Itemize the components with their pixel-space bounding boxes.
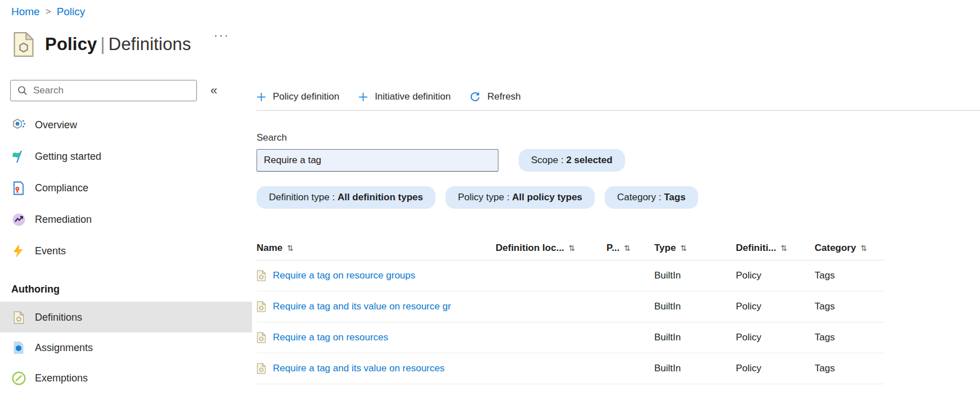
column-label: Type bbox=[654, 242, 676, 254]
category-filter-pill[interactable]: Category : Tags bbox=[605, 186, 698, 209]
filter-search-label: Search bbox=[257, 132, 980, 143]
cell-type: BuiltIn bbox=[654, 270, 736, 281]
table-row[interactable]: Require a tag on resource groups BuiltIn… bbox=[257, 260, 884, 291]
pill-name: Policy type bbox=[458, 192, 504, 203]
sort-icon: ⇅ bbox=[287, 244, 294, 253]
column-label: Name bbox=[257, 242, 282, 254]
filter-bar-row2: Definition type : All definition types P… bbox=[257, 186, 980, 209]
table-row[interactable]: Require a tag and its value on resource … bbox=[257, 291, 884, 322]
column-label: Definiti... bbox=[736, 242, 776, 254]
column-header-policies[interactable]: P... ⇅ bbox=[606, 242, 654, 254]
sidebar-item-assignments[interactable]: Assignments bbox=[0, 332, 252, 363]
pill-name: Category bbox=[617, 192, 656, 203]
policy-name-link[interactable]: Require a tag on resource groups bbox=[273, 270, 415, 281]
sidebar-nav: Overview Getting started bbox=[0, 111, 252, 393]
overview-icon bbox=[11, 118, 26, 132]
plus-icon bbox=[358, 92, 368, 102]
policy-definition-label: Policy definition bbox=[273, 91, 339, 102]
cell-definition-type: Policy bbox=[736, 301, 815, 312]
column-header-definition-type[interactable]: Definiti... ⇅ bbox=[736, 242, 815, 254]
sidebar-item-label: Assignments bbox=[35, 342, 93, 354]
sidebar-item-compliance[interactable]: Compliance bbox=[0, 174, 252, 201]
definition-search-input[interactable] bbox=[257, 149, 498, 172]
page-title-secondary: Definitions bbox=[109, 34, 191, 54]
cell-category: Tags bbox=[815, 270, 884, 281]
table-row[interactable]: Require a tag and its value on resources… bbox=[257, 353, 884, 384]
column-header-type[interactable]: Type ⇅ bbox=[654, 242, 736, 254]
sort-icon: ⇅ bbox=[861, 244, 867, 253]
policy-name-link[interactable]: Require a tag on resources bbox=[273, 332, 388, 343]
sidebar-item-events[interactable]: Events bbox=[0, 237, 252, 264]
sidebar-item-exemptions[interactable]: Exemptions bbox=[0, 363, 252, 393]
cell-type: BuiltIn bbox=[654, 332, 736, 343]
sidebar-item-label: Getting started bbox=[35, 151, 101, 163]
filter-bar-row1: Scope : 2 selected bbox=[257, 149, 980, 172]
pill-name: Definition type bbox=[269, 192, 330, 203]
main-content: Policy definition Initiative definition … bbox=[252, 65, 980, 393]
pill-separator: : bbox=[656, 192, 664, 203]
policy-definition-button[interactable]: Policy definition bbox=[257, 91, 339, 102]
policy-row-icon bbox=[257, 363, 266, 374]
sidebar-item-label: Remediation bbox=[35, 214, 92, 226]
policy-page-icon bbox=[12, 32, 35, 57]
sidebar-item-definitions[interactable]: Definitions bbox=[0, 302, 252, 332]
page-header: Policy|Definitions ··· bbox=[12, 27, 980, 62]
sidebar-collapse-icon[interactable]: « bbox=[210, 83, 217, 98]
sidebar-item-label: Overview bbox=[35, 119, 77, 131]
search-icon bbox=[17, 85, 28, 96]
sort-icon: ⇅ bbox=[781, 244, 788, 253]
pill-separator: : bbox=[558, 155, 566, 166]
column-label: Definition loc... bbox=[496, 242, 564, 254]
page-title-primary: Policy bbox=[45, 34, 97, 54]
column-header-name[interactable]: Name ⇅ bbox=[257, 242, 496, 254]
pill-value: Tags bbox=[664, 192, 685, 203]
scope-filter-pill[interactable]: Scope : 2 selected bbox=[519, 149, 625, 172]
sidebar-item-getting-started[interactable]: Getting started bbox=[0, 143, 252, 170]
sidebar-search-input[interactable] bbox=[10, 80, 197, 101]
definitions-icon bbox=[11, 310, 26, 325]
sidebar-item-remediation[interactable]: Remediation bbox=[0, 206, 252, 233]
initiative-definition-button[interactable]: Initiative definition bbox=[358, 91, 451, 102]
sort-icon: ⇅ bbox=[569, 244, 576, 253]
getting-started-icon bbox=[11, 149, 26, 164]
sort-icon: ⇅ bbox=[624, 244, 631, 253]
policy-name-link[interactable]: Require a tag and its value on resources bbox=[273, 363, 444, 374]
pill-value: All policy types bbox=[512, 192, 582, 203]
cell-category: Tags bbox=[815, 332, 884, 343]
refresh-label: Refresh bbox=[487, 91, 521, 102]
toolbar-divider bbox=[257, 110, 980, 111]
page-title: Policy|Definitions bbox=[45, 34, 191, 55]
policy-type-filter-pill[interactable]: Policy type : All policy types bbox=[446, 186, 595, 209]
cell-type: BuiltIn bbox=[654, 301, 736, 312]
sort-icon: ⇅ bbox=[680, 244, 687, 253]
cell-type: BuiltIn bbox=[654, 363, 736, 374]
sidebar-section-authoring: Authoring bbox=[0, 278, 252, 300]
sidebar-item-label: Events bbox=[35, 245, 66, 257]
events-icon bbox=[11, 244, 26, 258]
policy-row-icon bbox=[257, 270, 266, 281]
column-header-definition-location[interactable]: Definition loc... ⇅ bbox=[496, 242, 606, 254]
policy-row-icon bbox=[257, 301, 266, 312]
table-row[interactable]: Require a tag on resources BuiltIn Polic… bbox=[257, 322, 884, 353]
breadcrumb-link-policy[interactable]: Policy bbox=[57, 6, 86, 18]
cell-category: Tags bbox=[815, 363, 884, 374]
cell-definition-type: Policy bbox=[736, 270, 815, 281]
page-title-divider: | bbox=[101, 34, 105, 54]
breadcrumb-link-home[interactable]: Home bbox=[11, 6, 40, 18]
cell-category: Tags bbox=[815, 301, 884, 312]
column-header-category[interactable]: Category ⇅ bbox=[815, 242, 884, 254]
exemptions-icon bbox=[11, 371, 26, 385]
policy-row-icon bbox=[257, 332, 266, 343]
sidebar-item-label: Definitions bbox=[35, 312, 82, 323]
breadcrumb: Home > Policy bbox=[0, 0, 980, 18]
sidebar-item-overview[interactable]: Overview bbox=[0, 111, 252, 138]
policy-name-link[interactable]: Require a tag and its value on resource … bbox=[273, 301, 451, 312]
definition-type-filter-pill[interactable]: Definition type : All definition types bbox=[257, 186, 435, 209]
more-menu-icon[interactable]: ··· bbox=[214, 28, 230, 43]
initiative-definition-label: Initiative definition bbox=[375, 91, 451, 102]
column-label: Category bbox=[815, 242, 856, 254]
pill-value: All definition types bbox=[338, 192, 423, 203]
pill-name: Scope bbox=[531, 155, 558, 166]
column-label: P... bbox=[606, 242, 619, 254]
refresh-button[interactable]: Refresh bbox=[470, 91, 521, 102]
